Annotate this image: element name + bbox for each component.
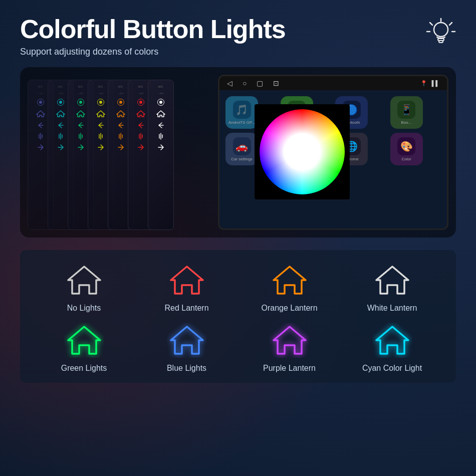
no-lights-label: No Lights <box>67 304 101 313</box>
house-svg-no-lights <box>64 263 104 298</box>
nav-btn-orange <box>117 144 125 151</box>
back-btn-white <box>157 122 165 129</box>
house-icon-purple-lantern <box>270 323 310 358</box>
purple-lantern-label: Purple Lantern <box>263 364 316 373</box>
recents-nav-icon[interactable]: ▢ <box>257 79 263 87</box>
main-content: Colorful Button Lights Support adjusting… <box>0 0 476 393</box>
color-item-blue-lights: Blue Lights <box>138 323 235 373</box>
color-item-red-lantern: Red Lantern <box>138 263 235 313</box>
home-nav-icon[interactable]: ○ <box>243 79 247 87</box>
vol-btn-red <box>137 133 145 140</box>
house-svg-purple-lantern <box>270 323 310 358</box>
house-btn-cyan <box>56 110 65 118</box>
house-icon-green-lights <box>64 323 104 358</box>
device-section: MIC ○ RST MIC ○ RST <box>20 67 456 237</box>
house-btn-green <box>76 110 85 118</box>
color-item-cyan-light: Cyan Color Light <box>343 323 441 373</box>
house-btn-blue <box>36 110 45 118</box>
page-subtitle: Support adjusting dozens of colors <box>20 47 286 57</box>
house-btn-white <box>156 110 165 118</box>
house-svg-orange-lantern <box>270 263 310 298</box>
color-options-grid: No Lights Red Lantern Orange Lante <box>35 263 441 373</box>
svg-line-4 <box>430 23 432 25</box>
panel-white: MIC ○ RST <box>148 80 174 230</box>
house-svg-blue-lights <box>167 323 207 358</box>
app-boo[interactable]: 📱 Boo... <box>390 96 423 129</box>
signal-icon: ▌▌ <box>431 80 439 86</box>
green-lights-label: Green Lights <box>61 364 107 373</box>
house-btn-red <box>136 110 145 118</box>
color-item-no-lights: No Lights <box>35 263 133 313</box>
header-left: Colorful Button Lights Support adjusting… <box>20 15 286 57</box>
back-btn-yellow <box>97 122 105 129</box>
house-icon-blue-lights <box>167 323 207 358</box>
nav-btn-green <box>77 144 85 151</box>
house-icon-no-lights <box>64 263 104 298</box>
back-btn-green <box>77 122 85 129</box>
color-item-orange-lantern: Orange Lantern <box>241 263 338 313</box>
nav-btn-yellow <box>97 144 105 151</box>
android-nav-buttons: ◁ ○ ▢ ⊡ <box>227 79 279 87</box>
color-options-section: No Lights Red Lantern Orange Lante <box>20 250 456 383</box>
color-wheel[interactable] <box>260 109 345 194</box>
android-screen: ◁ ○ ▢ ⊡ 📍 ▌▌ 🎵 AndroiTS GP... <box>218 75 448 230</box>
menu-nav-icon[interactable]: ⊡ <box>273 79 279 87</box>
svg-line-5 <box>449 23 452 25</box>
app-color[interactable]: 🎨 Color <box>390 133 423 165</box>
color-wheel-center[interactable] <box>287 137 317 167</box>
bulb-icon <box>426 18 456 54</box>
back-btn-blue <box>37 122 45 129</box>
white-lantern-label: White Lantern <box>367 304 417 313</box>
vol-btn-white <box>157 133 165 140</box>
red-lantern-label: Red Lantern <box>164 304 208 313</box>
app-area: 🎵 AndroiTS GP... 🤖 APK Insta... 🔵 Blueto… <box>219 90 447 171</box>
color-wheel-overlay[interactable] <box>255 104 350 199</box>
color-item-white-lantern: White Lantern <box>343 263 441 313</box>
house-svg-green-lights <box>64 323 104 358</box>
house-svg-cyan-light <box>372 323 412 358</box>
back-nav-icon[interactable]: ◁ <box>227 79 232 87</box>
house-btn-orange <box>116 110 125 118</box>
nav-btn-white <box>157 144 165 151</box>
back-btn-red <box>137 122 145 129</box>
status-bar: 📍 ▌▌ <box>420 80 439 87</box>
vol-btn-blue <box>37 133 45 140</box>
house-svg-white-lantern <box>372 263 412 298</box>
page-title: Colorful Button Lights <box>20 15 286 44</box>
house-icon-red-lantern <box>167 263 207 298</box>
app-androits[interactable]: 🎵 AndroiTS GP... <box>225 96 258 129</box>
house-svg-red-lantern <box>167 263 207 298</box>
panels-stack: MIC ○ RST MIC ○ RST <box>28 75 218 230</box>
nav-btn-red <box>137 144 145 151</box>
vol-btn-cyan <box>57 133 65 140</box>
blue-lights-label: Blue Lights <box>167 364 206 373</box>
svg-rect-2 <box>439 41 443 43</box>
location-icon: 📍 <box>420 80 427 87</box>
back-btn-cyan <box>57 122 65 129</box>
nav-btn-cyan <box>57 144 65 151</box>
orange-lantern-label: Orange Lantern <box>261 304 317 313</box>
back-btn-orange <box>117 122 125 129</box>
nav-btn-blue <box>37 144 45 151</box>
house-icon-white-lantern <box>372 263 412 298</box>
cyan-light-label: Cyan Color Light <box>362 364 422 373</box>
vol-btn-green <box>77 133 85 140</box>
svg-point-0 <box>434 23 448 37</box>
header-section: Colorful Button Lights Support adjusting… <box>20 15 456 57</box>
house-icon-cyan-light <box>372 323 412 358</box>
color-item-purple-lantern: Purple Lantern <box>241 323 338 373</box>
house-btn-yellow <box>96 110 105 118</box>
app-car-settings[interactable]: 🚗 Car settings <box>225 133 258 165</box>
vol-btn-yellow <box>97 133 105 140</box>
house-icon-orange-lantern <box>270 263 310 298</box>
android-top-bar: ◁ ○ ▢ ⊡ 📍 ▌▌ <box>219 76 447 90</box>
vol-btn-orange <box>117 133 125 140</box>
color-item-green-lights: Green Lights <box>35 323 133 373</box>
